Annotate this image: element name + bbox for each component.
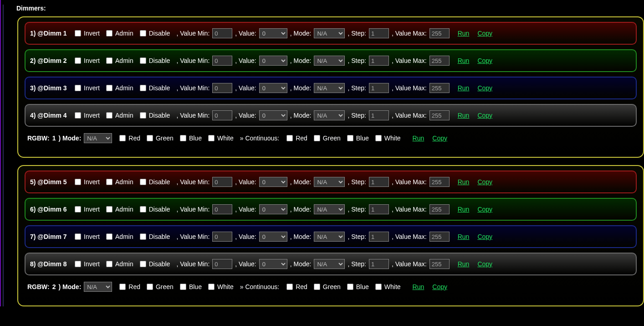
run-link[interactable]: Run — [458, 30, 470, 37]
disable-checkbox[interactable]: Disable — [140, 206, 170, 213]
value-select[interactable]: 0 — [259, 28, 287, 38]
invert-checkbox[interactable]: Invert — [75, 30, 100, 37]
step-input[interactable] — [369, 83, 389, 93]
copy-link[interactable]: Copy — [477, 260, 492, 268]
admin-checkbox-input[interactable] — [106, 85, 112, 91]
red-checkbox-input[interactable] — [119, 135, 126, 141]
invert-checkbox[interactable]: Invert — [75, 178, 100, 186]
value-select[interactable]: 0 — [259, 110, 287, 120]
disable-checkbox-input[interactable] — [140, 85, 146, 91]
admin-checkbox-input[interactable] — [106, 206, 112, 212]
invert-checkbox[interactable]: Invert — [75, 112, 100, 119]
cont-blue-checkbox[interactable]: Blue — [347, 135, 369, 142]
admin-checkbox[interactable]: Admin — [106, 112, 133, 119]
invert-checkbox[interactable]: Invert — [75, 260, 100, 268]
mode-select[interactable]: N/A — [314, 204, 345, 214]
cont-blue-checkbox[interactable]: Blue — [347, 283, 369, 290]
value-min-input[interactable] — [212, 177, 232, 187]
blue-checkbox-input[interactable] — [180, 284, 186, 290]
mode-select[interactable]: N/A — [314, 28, 345, 38]
copy-link[interactable]: Copy — [477, 178, 492, 186]
white-checkbox[interactable]: White — [208, 135, 234, 142]
red-checkbox-input[interactable] — [119, 284, 126, 290]
invert-checkbox-input[interactable] — [75, 112, 81, 119]
value-min-input[interactable] — [212, 83, 232, 93]
invert-checkbox[interactable]: Invert — [75, 57, 100, 64]
blue-checkbox[interactable]: Blue — [180, 283, 202, 290]
cont-green-checkbox-input[interactable] — [314, 135, 320, 141]
invert-checkbox-input[interactable] — [75, 85, 81, 91]
disable-checkbox-input[interactable] — [140, 30, 146, 36]
value-min-input[interactable] — [212, 28, 232, 38]
step-input[interactable] — [369, 177, 389, 187]
blue-checkbox-input[interactable] — [180, 135, 186, 141]
disable-checkbox-input[interactable] — [140, 179, 146, 185]
copy-link[interactable]: Copy — [477, 112, 492, 119]
value-max-input[interactable] — [429, 232, 450, 242]
disable-checkbox[interactable]: Disable — [140, 178, 170, 186]
invert-checkbox-input[interactable] — [75, 57, 81, 64]
mode-select[interactable]: N/A — [314, 83, 345, 93]
value-min-input[interactable] — [212, 232, 232, 242]
admin-checkbox-input[interactable] — [106, 233, 112, 240]
white-checkbox[interactable]: White — [208, 283, 234, 290]
copy-link[interactable]: Copy — [477, 84, 492, 92]
disable-checkbox[interactable]: Disable — [140, 112, 170, 119]
disable-checkbox[interactable]: Disable — [140, 57, 170, 64]
value-min-input[interactable] — [212, 56, 232, 66]
cont-blue-checkbox-input[interactable] — [347, 284, 353, 290]
admin-checkbox-input[interactable] — [106, 112, 112, 119]
value-select[interactable]: 0 — [259, 259, 287, 269]
run-link[interactable]: Run — [458, 57, 470, 64]
step-input[interactable] — [369, 28, 389, 38]
rgbw-run-link[interactable]: Run — [413, 135, 424, 142]
invert-checkbox-input[interactable] — [75, 233, 81, 240]
invert-checkbox[interactable]: Invert — [75, 233, 100, 240]
cont-red-checkbox-input[interactable] — [286, 135, 293, 141]
red-checkbox[interactable]: Red — [119, 135, 140, 142]
value-select[interactable]: 0 — [259, 204, 287, 214]
cont-white-checkbox[interactable]: White — [375, 135, 401, 142]
admin-checkbox-input[interactable] — [106, 30, 112, 36]
blue-checkbox[interactable]: Blue — [180, 135, 202, 142]
value-max-input[interactable] — [429, 28, 450, 38]
invert-checkbox[interactable]: Invert — [75, 84, 100, 92]
cont-red-checkbox-input[interactable] — [286, 284, 293, 290]
value-max-input[interactable] — [429, 177, 450, 187]
green-checkbox[interactable]: Green — [147, 283, 174, 290]
value-max-input[interactable] — [429, 110, 450, 120]
value-select[interactable]: 0 — [259, 83, 287, 93]
rgbw-run-link[interactable]: Run — [413, 283, 424, 290]
rgbw-copy-link[interactable]: Copy — [432, 135, 447, 142]
run-link[interactable]: Run — [458, 233, 470, 240]
run-link[interactable]: Run — [458, 112, 470, 119]
white-checkbox-input[interactable] — [208, 284, 215, 290]
step-input[interactable] — [369, 259, 389, 269]
cont-blue-checkbox-input[interactable] — [347, 135, 353, 141]
cont-green-checkbox-input[interactable] — [314, 284, 320, 290]
copy-link[interactable]: Copy — [477, 233, 492, 240]
disable-checkbox[interactable]: Disable — [140, 260, 170, 268]
copy-link[interactable]: Copy — [477, 30, 492, 37]
cont-white-checkbox-input[interactable] — [375, 284, 382, 290]
value-max-input[interactable] — [429, 56, 450, 66]
copy-link[interactable]: Copy — [477, 206, 492, 213]
rgbw-copy-link[interactable]: Copy — [432, 283, 447, 290]
run-link[interactable]: Run — [458, 206, 470, 213]
step-input[interactable] — [369, 110, 389, 120]
mode-select[interactable]: N/A — [314, 177, 345, 187]
disable-checkbox-input[interactable] — [140, 206, 146, 212]
admin-checkbox[interactable]: Admin — [106, 206, 133, 213]
value-max-input[interactable] — [429, 204, 450, 214]
red-checkbox[interactable]: Red — [119, 283, 140, 290]
cont-red-checkbox[interactable]: Red — [286, 283, 307, 290]
green-checkbox-input[interactable] — [147, 135, 153, 141]
mode-select[interactable]: N/A — [314, 110, 345, 120]
white-checkbox-input[interactable] — [208, 135, 215, 141]
step-input[interactable] — [369, 204, 389, 214]
invert-checkbox[interactable]: Invert — [75, 206, 100, 213]
admin-checkbox-input[interactable] — [106, 57, 112, 64]
admin-checkbox[interactable]: Admin — [106, 178, 133, 186]
mode-select[interactable]: N/A — [314, 56, 345, 66]
value-max-input[interactable] — [429, 259, 450, 269]
